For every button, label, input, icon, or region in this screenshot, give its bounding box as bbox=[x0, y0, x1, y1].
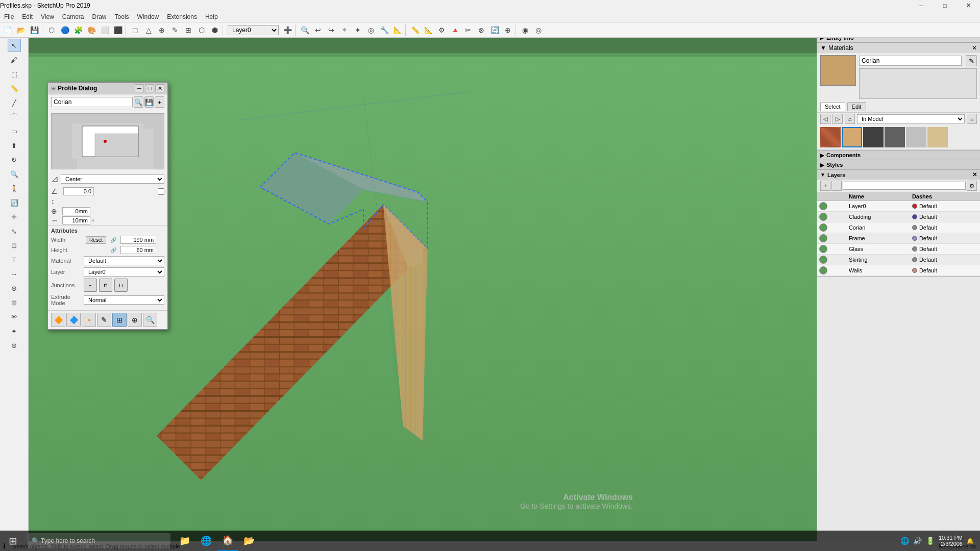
menu-edit[interactable]: Edit bbox=[18, 12, 37, 21]
materials-close-icon[interactable]: ✕ bbox=[972, 44, 977, 52]
mat-swatch-darkgray[interactable] bbox=[885, 127, 905, 147]
mat-detail-icon[interactable]: ≡ bbox=[967, 114, 977, 124]
nav-btn-8[interactable]: 📐 bbox=[391, 23, 404, 37]
profile-search-icon[interactable]: 🔍 bbox=[134, 96, 143, 108]
component-button[interactable]: 🧩 bbox=[71, 23, 85, 37]
components-header[interactable]: ▶ Components bbox=[817, 151, 980, 160]
measure-btn[interactable]: 📏 bbox=[408, 23, 422, 37]
orbit-tool[interactable]: ↻ bbox=[8, 153, 21, 166]
orbit-button[interactable]: 🔵 bbox=[58, 23, 71, 37]
layer-dropdown[interactable]: Layer0 bbox=[228, 25, 279, 35]
layer-visibility-toggle[interactable] bbox=[819, 256, 827, 264]
nav-btn-6[interactable]: ◎ bbox=[364, 23, 378, 37]
layers-options-icon[interactable]: ⚙ bbox=[967, 181, 977, 191]
menu-tools[interactable]: Tools bbox=[111, 12, 133, 21]
paint-tool[interactable]: 🖌 bbox=[8, 53, 21, 66]
mat-back-icon[interactable]: ◁ bbox=[820, 114, 830, 124]
new-button[interactable]: 📄 bbox=[1, 23, 14, 37]
extrude-mode-select[interactable]: Normal bbox=[84, 295, 164, 305]
ext-btn-5[interactable]: 🔄 bbox=[488, 23, 501, 37]
zoom-tool[interactable]: 🔍 bbox=[8, 167, 21, 181]
material-select[interactable]: Default bbox=[84, 256, 164, 265]
eye-tool[interactable]: 👁 bbox=[8, 310, 21, 323]
layer-row[interactable]: Walls Default bbox=[817, 265, 980, 276]
layer-visibility-cell[interactable] bbox=[817, 233, 847, 244]
taskbar-app-explorer[interactable]: 📂 bbox=[239, 531, 259, 551]
profile-add-icon[interactable]: + bbox=[155, 96, 164, 108]
walk-tool[interactable]: 🚶 bbox=[8, 182, 21, 195]
layer-visibility-toggle[interactable] bbox=[819, 202, 827, 210]
menu-help[interactable]: Help bbox=[201, 12, 222, 21]
profile-align-select[interactable]: Center bbox=[61, 174, 164, 184]
profile-tool-1[interactable]: 🔶 bbox=[51, 313, 65, 327]
mat-swatch-lightgray[interactable] bbox=[906, 127, 926, 147]
text-tool[interactable]: T bbox=[8, 253, 21, 266]
layer-row[interactable]: Cladding Default bbox=[817, 212, 980, 222]
network-icon[interactable]: 🌐 bbox=[900, 537, 909, 545]
profile-tool-2[interactable]: 🔷 bbox=[66, 313, 81, 327]
profile-dialog-titlebar[interactable]: ⊞ Profile Dialog ─ □ ✕ bbox=[48, 83, 167, 94]
profile-tool-5[interactable]: ⊞ bbox=[112, 313, 127, 327]
tab-edit[interactable]: Edit bbox=[847, 102, 866, 111]
styles-header[interactable]: ▶ Styles bbox=[817, 160, 980, 169]
paint-button[interactable]: 🎨 bbox=[85, 23, 98, 37]
profile-tool-4[interactable]: ✎ bbox=[97, 313, 111, 327]
tools-btn-4[interactable]: ✎ bbox=[168, 23, 182, 37]
ext-btn-1[interactable]: ⚙ bbox=[435, 23, 448, 37]
offset-tool[interactable]: ⊡ bbox=[8, 239, 21, 252]
layer-row[interactable]: Corian Default bbox=[817, 222, 980, 233]
tools-btn-2[interactable]: △ bbox=[142, 23, 155, 37]
ext-btn-2[interactable]: 🔺 bbox=[448, 23, 461, 37]
mat-home-icon[interactable]: ⌂ bbox=[845, 114, 855, 124]
layers-search-input[interactable] bbox=[843, 182, 966, 190]
tab-select[interactable]: Select bbox=[820, 102, 845, 111]
mat-swatch-brick[interactable] bbox=[820, 127, 841, 147]
layers-add-icon[interactable]: + bbox=[820, 181, 830, 191]
ext-btn-6[interactable]: ⊕ bbox=[501, 23, 514, 37]
mat-swatch-dark[interactable] bbox=[863, 127, 884, 147]
line-tool[interactable]: ╱ bbox=[8, 96, 21, 109]
section-btn-2[interactable]: ◎ bbox=[532, 23, 545, 37]
profile-close-button[interactable]: ✕ bbox=[155, 84, 164, 92]
menu-window[interactable]: Window bbox=[133, 12, 163, 21]
pushpull-button[interactable]: ⬛ bbox=[111, 23, 125, 37]
nav-btn-5[interactable]: ✦ bbox=[351, 23, 364, 37]
lock-icon-2[interactable]: 🔗 bbox=[110, 247, 116, 253]
select-tool[interactable]: ↖ bbox=[8, 39, 21, 52]
axes-tool[interactable]: ⊕ bbox=[8, 282, 21, 295]
profile-save-icon[interactable]: 💾 bbox=[144, 96, 154, 108]
material-edit-icon[interactable]: ✎ bbox=[966, 55, 977, 66]
layer-attr-select[interactable]: Layer0 bbox=[84, 267, 164, 277]
layer-visibility-cell[interactable] bbox=[817, 244, 847, 255]
measure-tool[interactable]: 📏 bbox=[8, 82, 21, 95]
profile-checkbox-1[interactable] bbox=[158, 188, 164, 195]
nav-btn-3[interactable]: ↪ bbox=[325, 23, 338, 37]
taskbar-search[interactable]: 🔍 Type here to search bbox=[28, 533, 170, 548]
height-input[interactable] bbox=[120, 246, 156, 254]
layer-visibility-cell[interactable] bbox=[817, 265, 847, 276]
extra-tool-2[interactable]: ⊛ bbox=[8, 339, 21, 352]
menu-extensions[interactable]: Extensions bbox=[163, 12, 201, 21]
layer-add-button[interactable]: ➕ bbox=[281, 23, 294, 37]
tools-btn-6[interactable]: ⬡ bbox=[195, 23, 208, 37]
close-button[interactable]: ✕ bbox=[957, 0, 980, 11]
maximize-button[interactable]: □ bbox=[933, 0, 957, 11]
tools-btn-3[interactable]: ⊕ bbox=[155, 23, 168, 37]
layers-header[interactable]: ▼ Layers ✕ bbox=[817, 170, 980, 180]
menu-camera[interactable]: Camera bbox=[58, 12, 88, 21]
layer-visibility-cell[interactable] bbox=[817, 201, 847, 212]
minimize-button[interactable]: ─ bbox=[910, 0, 933, 11]
menu-view[interactable]: View bbox=[37, 12, 58, 21]
profile-maximize-button[interactable]: □ bbox=[145, 84, 154, 92]
push-pull-tool[interactable]: ⬆ bbox=[8, 139, 21, 152]
section-btn-1[interactable]: ◉ bbox=[519, 23, 532, 37]
notifications-icon[interactable]: 🔔 bbox=[967, 538, 974, 544]
ext-btn-3[interactable]: ✂ bbox=[461, 23, 475, 37]
menu-draw[interactable]: Draw bbox=[88, 12, 111, 21]
start-button[interactable]: ⊞ bbox=[0, 531, 26, 551]
lock-icon-1[interactable]: 🔗 bbox=[110, 237, 116, 243]
rectangle-tool[interactable]: ▭ bbox=[8, 124, 21, 138]
move-tool[interactable]: ✛ bbox=[8, 210, 21, 223]
junction-btn-1[interactable]: ⌐ bbox=[84, 279, 97, 292]
menu-file[interactable]: File bbox=[0, 12, 18, 21]
